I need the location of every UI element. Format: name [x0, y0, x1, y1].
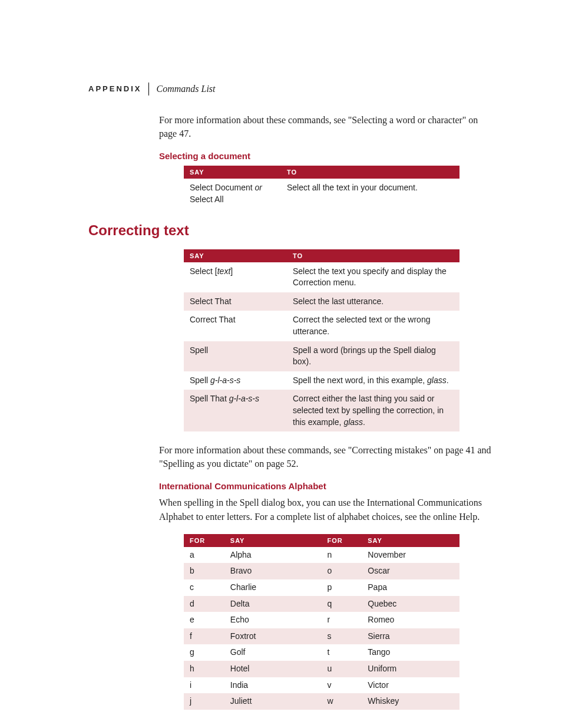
cell-to: Select all the text in your document. [281, 179, 459, 209]
col-say: SAY [184, 166, 281, 179]
table-row: aAlphanNovember [184, 547, 459, 564]
col-say: SAY [362, 534, 459, 547]
table-header-row: SAY TO [184, 166, 459, 179]
cell-to: Correct either the last thing you said o… [287, 390, 459, 431]
table-row: dDeltaqQuebec [184, 596, 459, 612]
cell-to: Select the last utterance. [287, 292, 459, 311]
cell-say: Correct That [184, 311, 287, 341]
table-row: Select Document or Select All Select all… [184, 179, 459, 209]
col-say: SAY [224, 534, 322, 547]
table-row: gGolftTango [184, 644, 459, 661]
table-row: hHoteluUniform [184, 661, 459, 677]
cell-say: Select Document or Select All [184, 179, 281, 209]
para-more-info: For more information about these command… [159, 443, 497, 470]
subhead-selecting-document: Selecting a document [159, 151, 497, 161]
table-row: Correct That Correct the selected text o… [184, 311, 459, 341]
running-head: APPENDIX Commands List [88, 83, 497, 95]
page: APPENDIX Commands List For more informat… [0, 0, 562, 728]
col-say: SAY [184, 249, 287, 262]
table-alphabet: FOR SAY FOR SAY aAlphanNovember bBravooO… [184, 534, 459, 710]
table-row: Spell That g-l-a-s-s Correct either the … [184, 390, 459, 431]
subhead-intl-alphabet: International Communications Alphabet [159, 481, 497, 491]
table-row: Spell Spell a word (brings up the Spell … [184, 341, 459, 371]
cell-to: Spell the next word, in this example, gl… [287, 371, 459, 390]
cell-say: Spell [184, 341, 287, 371]
cell-say: Select That [184, 292, 287, 311]
table-row: Select That Select the last utterance. [184, 292, 459, 311]
cell-say: Spell g-l-a-s-s [184, 371, 287, 390]
cell-say: Spell That g-l-a-s-s [184, 390, 287, 431]
running-head-left: APPENDIX [88, 83, 149, 95]
cell-to: Spell a word (brings up the Spell dialog… [287, 341, 459, 371]
table-row: iIndiavVictor [184, 677, 459, 694]
col-for: FOR [321, 534, 362, 547]
table-row: eEchorRomeo [184, 612, 459, 628]
table-header-row: FOR SAY FOR SAY [184, 534, 459, 547]
table-row: fFoxtrotsSierra [184, 628, 459, 645]
col-for: FOR [184, 534, 224, 547]
table-row: Select [text] Select the text you specif… [184, 262, 459, 292]
table-selecting-document: SAY TO Select Document or Select All Sel… [184, 166, 459, 209]
table-correcting-text: SAY TO Select [text] Select the text you… [184, 249, 459, 432]
para-intl-alphabet: When spelling in the Spell dialog box, y… [159, 496, 497, 523]
section-correcting-text: Correcting text [88, 222, 497, 239]
cell-to: Select the text you specify and display … [287, 262, 459, 292]
table-row: jJuliettwWhiskey [184, 693, 459, 710]
intro-paragraph: For more information about these command… [159, 113, 497, 140]
table-row: cCharliepPapa [184, 579, 459, 596]
table-row: Spell g-l-a-s-s Spell the next word, in … [184, 371, 459, 390]
cell-to: Correct the selected text or the wrong u… [287, 311, 459, 341]
table-header-row: SAY TO [184, 249, 459, 262]
table-row: bBravooOscar [184, 563, 459, 579]
col-to: TO [287, 249, 459, 262]
col-to: TO [281, 166, 459, 179]
running-head-right: Commands List [149, 84, 215, 94]
cell-say: Select [text] [184, 262, 287, 292]
